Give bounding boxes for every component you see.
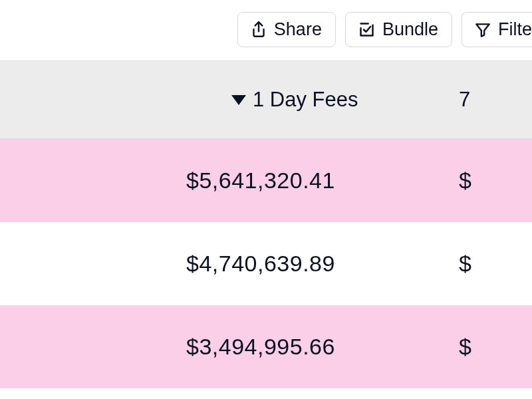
cell-next-col: $ — [459, 334, 471, 360]
filter-button-label: Filte — [498, 19, 532, 40]
cell-one-day-fees: $5,641,320.41 — [186, 168, 335, 194]
column-header-next-label: 7 — [459, 88, 470, 112]
table-row[interactable]: $5,641,320.41 $ — [0, 139, 532, 222]
share-icon — [250, 21, 267, 39]
column-header-1-day-fees[interactable]: 1 Day Fees — [231, 88, 358, 112]
bundle-icon — [358, 21, 376, 39]
funnel-icon — [474, 21, 491, 39]
toolbar: Share Bundle Filte — [0, 0, 532, 61]
bundle-button[interactable]: Bundle — [345, 12, 452, 47]
cell-next-col: $ — [459, 168, 471, 194]
bundle-button-label: Bundle — [382, 19, 438, 40]
sort-desc-icon — [231, 95, 246, 105]
share-button-label: Share — [274, 19, 322, 40]
table-header-row: 1 Day Fees 7 — [0, 61, 532, 139]
cell-one-day-fees: $3,494,995.66 — [186, 334, 335, 360]
table-row[interactable]: $3,494,995.66 $ — [0, 305, 532, 388]
filter-button[interactable]: Filte — [462, 12, 532, 47]
cell-next-col: $ — [459, 251, 471, 277]
column-header-next[interactable]: 7 — [459, 88, 470, 112]
cell-one-day-fees: $4,740,639.89 — [186, 251, 335, 277]
share-button[interactable]: Share — [237, 12, 336, 47]
table-row[interactable]: $4,740,639.89 $ — [0, 222, 532, 305]
column-header-label: 1 Day Fees — [253, 88, 358, 112]
